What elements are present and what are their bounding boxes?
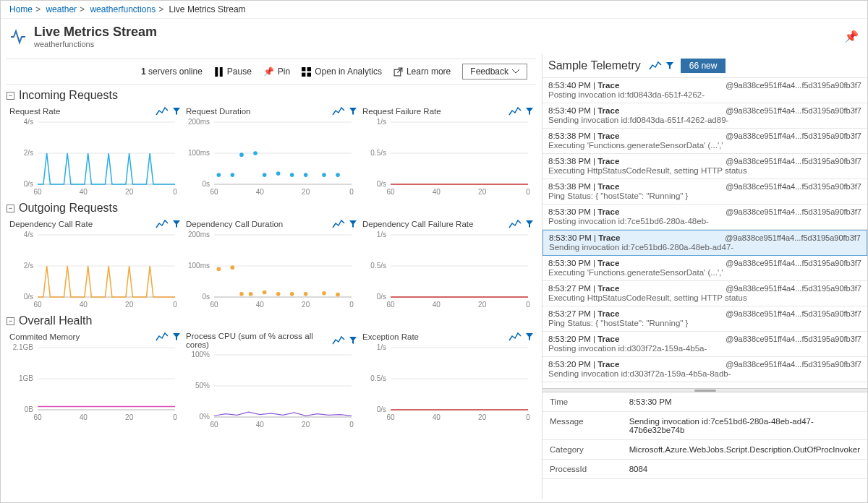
svg-text:60: 60 (386, 413, 395, 421)
external-link-icon (393, 67, 403, 77)
svg-text:0s: 0s (202, 293, 210, 301)
svg-text:1/s: 1/s (377, 343, 386, 351)
svg-text:0/s: 0/s (24, 293, 33, 301)
svg-point-30 (276, 171, 281, 176)
telemetry-item[interactable]: 8:53:30 PM | Trace@9a838ce951ff4a4...f5d… (542, 256, 867, 281)
chart-filter-icon[interactable] (331, 219, 357, 229)
svg-text:200ms: 200ms (188, 118, 210, 126)
svg-text:4/s: 4/s (24, 231, 33, 238)
detail-value: 8:53:30 PM (622, 392, 867, 412)
svg-point-27 (239, 152, 244, 157)
svg-text:40: 40 (256, 188, 265, 196)
new-telemetry-badge[interactable]: 66 new (681, 59, 726, 73)
detail-value: Sending invocation id:7ce51bd6-280a-48eb… (622, 412, 867, 440)
svg-point-72 (263, 291, 267, 295)
chart-filter-icon[interactable] (331, 106, 357, 116)
chart-reqDur: Request Duration 200ms100ms0s 6040200 (183, 103, 359, 197)
svg-text:0: 0 (526, 413, 530, 421)
detail-key: Message (542, 412, 622, 440)
svg-text:60: 60 (386, 301, 395, 309)
svg-text:0: 0 (349, 188, 354, 196)
detail-value: Microsoft.Azure.WebJobs.Script.Descripti… (622, 440, 867, 460)
telemetry-item[interactable]: 8:53:30 PM | Trace@9a838ce951ff4a4...f5d… (542, 205, 867, 230)
svg-text:20: 20 (478, 188, 487, 196)
chart-filter-icon[interactable] (155, 332, 180, 342)
svg-text:1/s: 1/s (377, 118, 386, 126)
svg-point-76 (322, 291, 326, 296)
telemetry-item[interactable]: 8:53:38 PM | Trace@9a838ce951ff4a4...f5d… (542, 154, 867, 179)
pause-button[interactable]: Pause (214, 66, 252, 77)
svg-text:0: 0 (526, 301, 530, 309)
breadcrumb-weatherfunctions[interactable]: weatherfunctions (90, 4, 156, 14)
chart-filter-icon[interactable] (508, 219, 533, 229)
toolbar: 1 servers online Pause 📌Pin Open in Anal… (7, 59, 536, 85)
splitter-handle[interactable] (542, 388, 867, 392)
section-health: −Overall Health (7, 314, 536, 327)
detail-row: MessageSending invocation id:7ce51bd6-28… (542, 412, 867, 440)
pin-button[interactable]: 📌Pin (263, 66, 290, 77)
svg-text:0/s: 0/s (377, 293, 386, 301)
breadcrumb: Home> weather> weatherfunctions> Live Me… (1, 1, 867, 19)
chart-reqFail: Request Failure Rate 1/s0.5/s0/s 6040200 (359, 103, 536, 197)
breadcrumb-home[interactable]: Home (9, 4, 33, 14)
svg-text:0B: 0B (25, 405, 34, 413)
telemetry-filter-icon[interactable] (648, 61, 673, 71)
svg-text:200ms: 200ms (188, 231, 210, 238)
telemetry-item[interactable]: 8:53:27 PM | Trace@9a838ce951ff4a4...f5d… (542, 306, 867, 332)
collapse-icon[interactable]: − (7, 205, 14, 212)
chart-filter-icon[interactable] (331, 335, 357, 345)
collapse-icon[interactable]: − (7, 317, 14, 325)
breadcrumb-weather[interactable]: weather (46, 4, 77, 14)
svg-text:20: 20 (125, 301, 134, 309)
telemetry-item[interactable]: 8:53:40 PM | Trace@9a838ce951ff4a4...f5d… (542, 78, 867, 103)
svg-point-32 (304, 173, 308, 177)
telemetry-list[interactable]: 8:53:40 PM | Trace@9a838ce951ff4a4...f5d… (542, 77, 867, 388)
chart-depRate: Dependency Call Rate 4/s2/s0/s 6040200 (7, 216, 183, 310)
chart-filter-icon[interactable] (155, 106, 180, 116)
svg-text:0: 0 (349, 421, 354, 429)
chart-filter-icon[interactable] (508, 106, 533, 116)
pulse-icon (9, 28, 27, 46)
svg-text:60: 60 (33, 413, 42, 421)
servers-online-status: 1 servers online (141, 66, 203, 77)
feedback-dropdown[interactable]: Feedback (462, 64, 527, 79)
svg-text:40: 40 (256, 421, 265, 429)
svg-text:60: 60 (33, 188, 42, 196)
svg-point-34 (336, 173, 340, 177)
collapse-icon[interactable]: − (7, 92, 14, 100)
chart-title: Request Rate (9, 107, 60, 116)
learn-more-button[interactable]: Learn more (393, 66, 451, 77)
svg-text:60: 60 (33, 301, 42, 309)
svg-text:0: 0 (173, 301, 177, 309)
telemetry-item[interactable]: 8:53:20 PM | Trace@9a838ce951ff4a4...f5d… (542, 332, 867, 357)
telemetry-item[interactable]: 8:53:20 PM | Trace@9a838ce951ff4a4...f5d… (542, 357, 867, 382)
svg-point-26 (231, 173, 235, 177)
open-analytics-button[interactable]: Open in Analytics (302, 66, 382, 77)
svg-text:20: 20 (302, 301, 310, 309)
svg-point-31 (290, 173, 294, 177)
chart-filter-icon[interactable] (155, 219, 180, 229)
svg-text:0.5/s: 0.5/s (370, 262, 386, 270)
telemetry-item[interactable]: 8:53:30 PM | Trace@9a838ce951ff4a4...f5d… (542, 230, 867, 256)
svg-text:2.1GB: 2.1GB (13, 343, 34, 351)
chart-filter-icon[interactable] (508, 332, 533, 342)
chart-title: Dependency Call Duration (186, 220, 283, 228)
telemetry-item[interactable]: 8:53:38 PM | Trace@9a838ce951ff4a4...f5d… (542, 179, 867, 205)
telemetry-title: Sample Telemetry (548, 59, 641, 72)
svg-text:20: 20 (302, 421, 310, 429)
detail-row: Time8:53:30 PM (542, 392, 867, 412)
svg-text:100ms: 100ms (188, 262, 210, 270)
svg-text:40: 40 (80, 413, 88, 421)
telemetry-item[interactable]: 8:53:38 PM | Trace@9a838ce951ff4a4...f5d… (542, 129, 867, 154)
svg-text:40: 40 (80, 188, 88, 196)
pin-page-icon[interactable]: 📌 (844, 30, 859, 43)
svg-text:100%: 100% (191, 351, 210, 358)
telemetry-panel: Sample Telemetry 66 new 8:53:40 PM | Tra… (542, 54, 867, 499)
telemetry-item[interactable]: 8:53:27 PM | Trace@9a838ce951ff4a4...f5d… (542, 281, 867, 306)
telemetry-item[interactable]: 8:53:40 PM | Trace@9a838ce951ff4a4...f5d… (542, 103, 867, 129)
svg-text:2/s: 2/s (24, 262, 33, 270)
svg-point-68 (217, 267, 221, 272)
svg-rect-4 (302, 72, 305, 76)
svg-text:40: 40 (433, 301, 441, 309)
svg-text:20: 20 (302, 188, 310, 196)
